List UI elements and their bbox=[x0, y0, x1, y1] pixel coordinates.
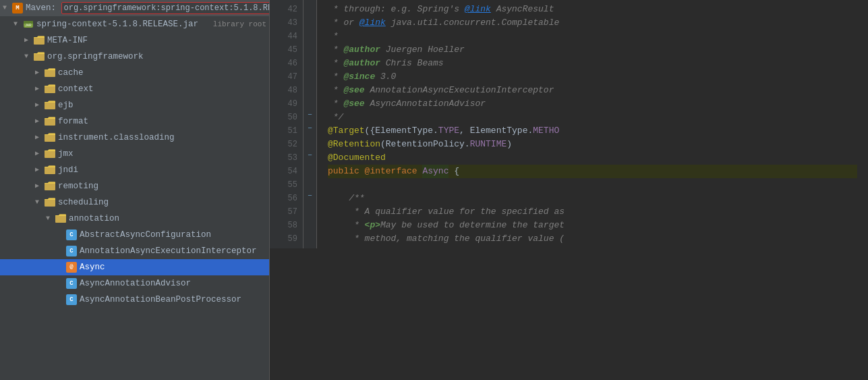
tree-item-scheduling[interactable]: scheduling bbox=[0, 194, 269, 211]
tree-arrow bbox=[35, 99, 45, 112]
gutter-cell bbox=[303, 81, 316, 94]
tree-item-jmx[interactable]: jmx bbox=[0, 146, 269, 162]
gutter-cell bbox=[303, 162, 316, 175]
tree-arrow bbox=[24, 50, 34, 63]
fold-gutter: −−−− bbox=[303, 0, 317, 248]
tree-item-spring-context-jar[interactable]: JARspring-context-5.1.8.RELEASE.jarlibra… bbox=[0, 16, 269, 32]
gutter-cell bbox=[303, 0, 316, 13]
tree-item-remoting[interactable]: remoting bbox=[0, 178, 269, 194]
tree-item-annotation[interactable]: annotation bbox=[0, 211, 269, 227]
class-c-icon: C bbox=[66, 278, 77, 289]
line-number: 54 bbox=[275, 165, 297, 178]
tree-item-label: instrument.classloading bbox=[58, 131, 266, 144]
code-token: * bbox=[328, 84, 343, 97]
folder-icon bbox=[45, 117, 55, 126]
line-number: 57 bbox=[275, 205, 297, 219]
code-line: * @author Chris Beams bbox=[328, 57, 857, 70]
code-line: * @see AnnotationAsyncExecutionIntercept… bbox=[328, 84, 857, 97]
gutter-cell bbox=[303, 175, 316, 189]
line-number: 48 bbox=[275, 84, 297, 97]
code-token: * bbox=[328, 219, 365, 232]
gutter-cell bbox=[303, 135, 316, 148]
line-number: 49 bbox=[275, 97, 297, 111]
tree-item-AnnotationAsyncExecutionInterceptor[interactable]: CAnnotationAsyncExecutionInterceptor bbox=[0, 243, 269, 259]
folder-icon bbox=[55, 214, 66, 223]
tree-item-label: format bbox=[58, 115, 266, 128]
line-number: 45 bbox=[275, 43, 297, 57]
tree-item-instrument[interactable]: instrument.classloading bbox=[0, 130, 269, 146]
code-token: ({ElementType. bbox=[365, 124, 438, 138]
line-number: 55 bbox=[275, 178, 297, 192]
line-number: 56 bbox=[275, 192, 297, 205]
tree-item-ejb[interactable]: ejb bbox=[0, 97, 269, 113]
code-token: AnnotationAsyncExecutionInterceptor bbox=[365, 84, 554, 97]
tree-item-cache[interactable]: cache bbox=[0, 65, 269, 81]
tree-item-context[interactable]: context bbox=[0, 81, 269, 97]
code-token: * through: e.g. Spring's bbox=[328, 3, 465, 16]
code-token: <p> bbox=[365, 219, 380, 232]
code-token: /** bbox=[328, 192, 365, 205]
tree-item-meta-inf[interactable]: META-INF bbox=[0, 32, 269, 49]
code-line: * @author Juergen Hoeller bbox=[328, 43, 857, 57]
code-token: RUNTIME bbox=[470, 138, 507, 151]
tree-item-AbstractAsyncConfiguration[interactable]: CAbstractAsyncConfiguration bbox=[0, 227, 269, 243]
tree-item-label: annotation bbox=[69, 212, 266, 225]
tree-arrow bbox=[13, 18, 23, 31]
folder-icon bbox=[45, 198, 55, 207]
tree-item-label: META-INF bbox=[47, 34, 266, 47]
tree-item-label: remoting bbox=[58, 180, 266, 193]
tree-item-label: jndi bbox=[58, 163, 266, 177]
tree-arrow bbox=[35, 180, 45, 193]
gutter-cell bbox=[303, 216, 316, 229]
code-token: * bbox=[328, 97, 343, 111]
code-line: @Target({ElementType.TYPE, ElementType.M… bbox=[328, 124, 857, 138]
tree-item-label: context bbox=[58, 82, 266, 96]
code-token: @see bbox=[343, 84, 364, 97]
code-line: * @since 3.0 bbox=[328, 70, 857, 84]
line-number: 47 bbox=[275, 70, 297, 84]
gutter-cell: − bbox=[303, 148, 316, 162]
code-token: @link bbox=[359, 16, 386, 30]
tree-item-label: ejb bbox=[58, 99, 266, 112]
code-line: * bbox=[328, 30, 857, 43]
gutter-cell bbox=[303, 94, 316, 108]
tree-item-format[interactable]: format bbox=[0, 113, 269, 130]
code-line: * or @link java.util.concurrent.Completa… bbox=[328, 16, 857, 30]
tree-item-AsyncAnnotationBeanPostProcessor[interactable]: CAsyncAnnotationBeanPostProcessor bbox=[0, 292, 269, 308]
code-token: * method, matching the qualifier value ( bbox=[328, 232, 565, 246]
code-token: @link bbox=[465, 3, 491, 16]
tree-item-AsyncAnnotationAdvisor[interactable]: CAsyncAnnotationAdvisor bbox=[0, 275, 269, 292]
class-c-icon: C bbox=[66, 294, 77, 305]
tree-item-org-springframework[interactable]: org.springframework bbox=[0, 49, 269, 65]
file-tree[interactable]: MMaven: org.springframework:spring-conte… bbox=[0, 0, 270, 380]
gutter-cell bbox=[303, 27, 316, 40]
code-token: TYPE bbox=[438, 124, 459, 138]
folder-icon bbox=[34, 52, 45, 61]
line-number: 59 bbox=[275, 232, 297, 246]
code-token: */ bbox=[328, 111, 343, 124]
code-token: { bbox=[449, 165, 459, 178]
code-content: * through: e.g. Spring's @link AsyncResu… bbox=[317, 0, 868, 248]
folder-icon bbox=[45, 165, 55, 175]
code-token: @Documented bbox=[328, 151, 386, 165]
gutter-cell: − bbox=[303, 189, 316, 202]
annotation-icon: @ bbox=[66, 262, 77, 273]
code-line bbox=[328, 178, 857, 192]
code-token: @Retention bbox=[328, 138, 380, 151]
tree-item-maven-root[interactable]: MMaven: org.springframework:spring-conte… bbox=[0, 0, 269, 16]
gutter-cell bbox=[303, 54, 316, 67]
gutter-cell bbox=[303, 13, 316, 27]
code-line: * @see AsyncAnnotationAdvisor bbox=[328, 97, 857, 111]
gutter-cell bbox=[303, 202, 316, 216]
code-line: /** bbox=[328, 192, 857, 205]
tree-arrow bbox=[35, 147, 45, 161]
jar-icon: JAR bbox=[23, 19, 34, 30]
tree-item-jndi[interactable]: jndi bbox=[0, 162, 269, 178]
maven-icon: M bbox=[12, 3, 23, 13]
tree-item-Async[interactable]: @Async bbox=[0, 259, 269, 275]
code-token: @Target bbox=[328, 124, 365, 138]
gutter-cell bbox=[303, 229, 316, 243]
tree-item-label: jmx bbox=[58, 147, 266, 161]
tree-item-label: cache bbox=[58, 66, 266, 80]
code-token: @see bbox=[343, 97, 364, 111]
